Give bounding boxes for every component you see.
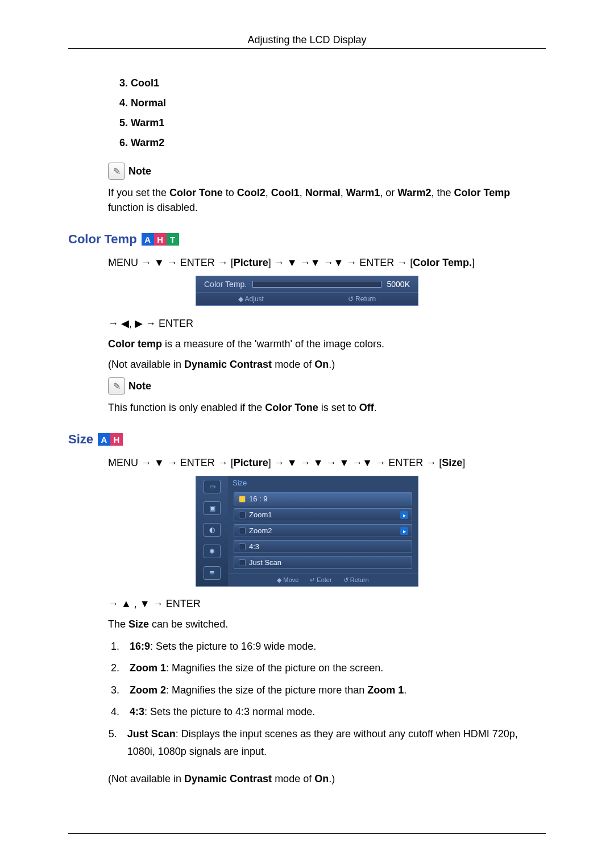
- menu-path-size: MENU → ▼ → ENTER → [Picture] → ▼ → ▼ → ▼…: [108, 457, 546, 469]
- list-item: 2.Zoom 1: Magnifies the size of the pict…: [108, 659, 546, 677]
- mode-tags: AHT: [142, 233, 179, 246]
- item-number: 1.: [108, 638, 119, 655]
- osd-move-hint: ◆ Move: [277, 576, 298, 584]
- mode-tag-h: H: [154, 233, 167, 246]
- item-text: 4:3: Sets the picture to 4:3 normal mode…: [130, 703, 315, 721]
- mode-tag-h: H: [110, 433, 123, 446]
- item-text: 16:9: Sets the picture to 16:9 wide mode…: [130, 638, 316, 655]
- color-temp-na: (Not available in Dynamic Contrast mode …: [108, 357, 546, 372]
- size-options-list: 1.16:9: Sets the picture to 16:9 wide mo…: [108, 638, 546, 761]
- option-bullet: [239, 559, 246, 566]
- pip-icon: ▣: [204, 501, 221, 515]
- osd-size: ▭ ▣ ◐ ✺ ≣ Size 16 : 9Zoom1▸Zoom2▸4:3Just…: [196, 476, 418, 587]
- osd-label: Color Temp.: [204, 280, 247, 289]
- item-number: 4.: [108, 703, 119, 721]
- list-item: 4.4:3: Sets the picture to 4:3 normal mo…: [108, 703, 546, 721]
- section-color-temp: Color Temp AHT: [68, 232, 546, 247]
- setup-icon: ✺: [204, 545, 221, 558]
- osd-value: 5000K: [387, 280, 410, 289]
- list-item: 5.Just Scan: Displays the input scenes a…: [108, 725, 546, 760]
- list-item: 1.16:9: Sets the picture to 16:9 wide mo…: [108, 638, 546, 655]
- list-item: Warm1: [131, 117, 546, 129]
- item-text: Just Scan: Displays the input scenes as …: [127, 725, 546, 760]
- size-desc: The Size can be switched.: [108, 617, 546, 632]
- option-bullet: [239, 512, 246, 518]
- mode-tag-t: T: [167, 233, 179, 246]
- chevron-right-icon: ▸: [400, 527, 408, 535]
- mode-tags: AH: [98, 433, 123, 446]
- note-text-2: This function is only enabled if the Col…: [108, 400, 546, 415]
- chevron-right-icon: ▸: [400, 511, 408, 519]
- osd-option[interactable]: 4:3: [234, 540, 412, 553]
- note-icon: ✎: [108, 163, 125, 180]
- menu-path-size-2: → ▲ , ▼ → ENTER: [108, 598, 546, 610]
- picture-icon: ▭: [204, 480, 221, 493]
- menu-path-color-temp-2: → ◀, ▶ → ENTER: [108, 317, 546, 330]
- osd-color-temp: Color Temp. 5000K ◆ Adjust ↺ Return: [196, 276, 418, 306]
- page-header: Adjusting the LCD Display: [68, 34, 546, 49]
- osd-return-hint: ↺ Return: [343, 576, 369, 584]
- sound-icon: ◐: [204, 523, 221, 537]
- note-text-1: If you set the Color Tone to Cool2, Cool…: [108, 185, 546, 215]
- item-number: 3.: [108, 682, 119, 699]
- list-item: Normal: [131, 97, 546, 109]
- option-label: Just Scan: [249, 558, 281, 567]
- osd-side-icons: ▭ ▣ ◐ ✺ ≣: [196, 476, 228, 586]
- list-item: Warm2: [131, 137, 546, 149]
- item-text: Zoom 2: Magnifies the size of the pictur…: [130, 682, 406, 699]
- note-label: Note: [128, 165, 151, 177]
- osd-return-hint: ↺ Return: [348, 295, 376, 303]
- option-bullet: [239, 496, 246, 502]
- section-size: Size AH: [68, 432, 546, 447]
- item-number: 2.: [108, 659, 119, 677]
- osd-slider[interactable]: [252, 281, 381, 288]
- option-label: Zoom2: [249, 526, 272, 535]
- osd-option[interactable]: Just Scan: [234, 556, 412, 569]
- color-tone-continued-list: Cool1NormalWarm1Warm2: [131, 77, 546, 149]
- mode-tag-a: A: [142, 233, 154, 246]
- list-item: Cool1: [131, 77, 546, 89]
- page-footer-rule: [68, 833, 546, 834]
- option-label: 4:3: [249, 542, 259, 551]
- item-text: Zoom 1: Magnifies the size of the pictur…: [130, 659, 383, 677]
- osd-option[interactable]: Zoom1▸: [234, 508, 412, 521]
- list-item: 3.Zoom 2: Magnifies the size of the pict…: [108, 682, 546, 699]
- osd-option[interactable]: 16 : 9: [234, 492, 412, 505]
- option-bullet: [239, 543, 246, 550]
- item-number: 5.: [108, 725, 117, 760]
- menu-icon: ≣: [204, 566, 221, 580]
- option-bullet: [239, 528, 246, 534]
- option-label: Zoom1: [249, 510, 272, 519]
- section-title: Size: [68, 432, 93, 447]
- note-icon: ✎: [108, 377, 125, 394]
- osd-title: Size: [228, 476, 418, 489]
- option-label: 16 : 9: [249, 495, 268, 503]
- mode-tag-a: A: [98, 433, 110, 446]
- size-na: (Not available in Dynamic Contrast mode …: [108, 771, 546, 786]
- note-label: Note: [128, 380, 151, 392]
- section-title: Color Temp: [68, 232, 137, 247]
- osd-option[interactable]: Zoom2▸: [234, 524, 412, 537]
- color-temp-desc: Color temp is a measure of the 'warmth' …: [108, 337, 546, 351]
- menu-path-color-temp: MENU → ▼ → ENTER → [Picture] → ▼ →▼ →▼ →…: [108, 257, 546, 269]
- osd-enter-hint: ↵ Enter: [310, 576, 331, 584]
- osd-adjust-hint: ◆ Adjust: [238, 295, 264, 303]
